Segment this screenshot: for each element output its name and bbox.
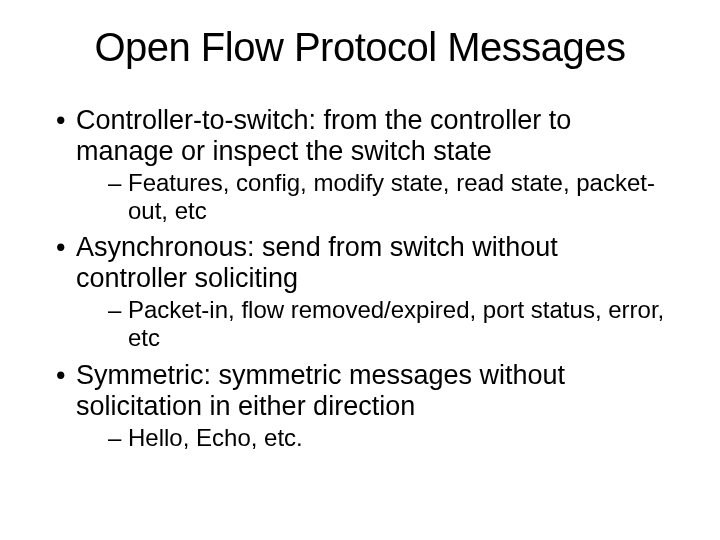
sub-text: Packet-in, flow removed/expired, port st… (128, 296, 664, 351)
sub-item: Packet-in, flow removed/expired, port st… (76, 296, 670, 351)
bullet-item: Asynchronous: send from switch without c… (50, 232, 670, 351)
bullet-list: Controller-to-switch: from the controlle… (50, 105, 670, 451)
bullet-text: Controller-to-switch: from the controlle… (76, 105, 571, 166)
sub-text: Features, config, modify state, read sta… (128, 169, 655, 224)
sub-text: Hello, Echo, etc. (128, 424, 303, 451)
bullet-text: Asynchronous: send from switch without c… (76, 232, 558, 293)
sub-list: Features, config, modify state, read sta… (76, 169, 670, 224)
sub-list: Hello, Echo, etc. (76, 424, 670, 452)
bullet-text: Symmetric: symmetric messages without so… (76, 360, 565, 421)
sub-item: Hello, Echo, etc. (76, 424, 670, 452)
bullet-item: Symmetric: symmetric messages without so… (50, 360, 670, 452)
sub-list: Packet-in, flow removed/expired, port st… (76, 296, 670, 351)
bullet-item: Controller-to-switch: from the controlle… (50, 105, 670, 224)
sub-item: Features, config, modify state, read sta… (76, 169, 670, 224)
slide-title: Open Flow Protocol Messages (50, 25, 670, 70)
